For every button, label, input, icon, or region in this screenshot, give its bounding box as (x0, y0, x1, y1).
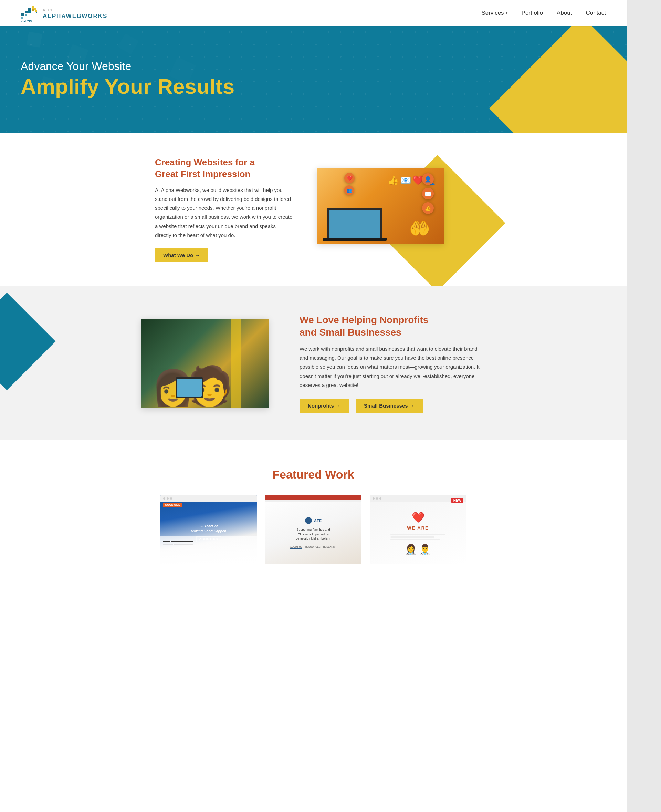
right-panel-strip (627, 0, 661, 578)
creating-body-text: At Alpha Webworks, we build websites tha… (155, 186, 293, 240)
svg-rect-8 (32, 9, 34, 11)
nav-services-link[interactable]: Services ▾ (481, 10, 508, 16)
third-card-content: ❤️ WE ARE 👩‍⚕️ 👨‍⚕️ (370, 495, 466, 564)
svg-rect-4 (34, 8, 36, 10)
people-tablet-image: 👩 🧑 (141, 319, 268, 408)
logo-full-name: ALPHAWEBWORKS (43, 13, 107, 20)
small-businesses-button[interactable]: Small Businesses → (356, 399, 423, 413)
nonprofits-image: 👩 🧑 (141, 319, 268, 408)
afe-top-bar (265, 495, 361, 500)
hero-subtitle: Advance Your Website (21, 60, 235, 73)
card-dot-1 (163, 498, 165, 500)
svg-rect-2 (28, 8, 31, 11)
third-card-heading: WE ARE (407, 525, 429, 530)
nav-contact-label: Contact (586, 10, 606, 16)
what-we-do-button[interactable]: What We Do → (155, 248, 208, 262)
creating-text-column: Creating Websites for a Great First Impr… (155, 157, 293, 262)
card-dot-third-1 (372, 498, 375, 500)
card-badge-new: NEW (451, 498, 463, 503)
nav-contact-link[interactable]: Contact (586, 10, 606, 16)
creating-image-column: 🤲 👤 ✉️ 👍 ❤️ 👥 (317, 168, 472, 251)
nav-services-label: Services (481, 10, 504, 16)
svg-rect-5 (35, 10, 37, 12)
card-nav-bar-goodwill (160, 495, 257, 502)
laptop-social-image: 🤲 👤 ✉️ 👍 ❤️ 👥 (317, 168, 444, 244)
featured-work-heading: Featured Work (21, 468, 606, 481)
nonprofits-body-text: We work with nonprofits and small busine… (300, 344, 485, 390)
hero-text-block: Advance Your Website Amplify Your Result… (21, 60, 235, 98)
logo-area[interactable]: ALPHA ALPH ALPHAWEBWORKS (21, 4, 107, 22)
hero-section: Advance Your Website Amplify Your Result… (0, 26, 627, 133)
card-dot-third-2 (376, 498, 378, 500)
nonprofits-cta-buttons: Nonprofits → Small Businesses → (300, 399, 485, 413)
hero-title: Amplify Your Results (21, 75, 235, 98)
nav-portfolio-label: Portfolio (522, 10, 543, 16)
svg-text:ALPHA: ALPHA (21, 19, 32, 22)
nav-portfolio-link[interactable]: Portfolio (522, 10, 543, 16)
nonprofits-heading-line2: and Small Businesses (300, 327, 401, 338)
goodwill-footer-text: ▬▬▬ ▬▬▬▬▬▬▬▬▬▬▬▬▬ ▬▬▬ ▬▬▬▬▬ (160, 537, 257, 549)
featured-card-third[interactable]: NEW ❤️ WE ARE 👩‍⚕️ 👨‍⚕️ (370, 495, 466, 564)
svg-rect-1 (25, 11, 27, 13)
logo-icon: ALPHA (21, 4, 39, 22)
teal-diamond-decoration (0, 293, 56, 390)
nav-about-label: About (557, 10, 572, 16)
third-card-people: 👩‍⚕️ 👨‍⚕️ (405, 544, 431, 555)
section-featured-work: Featured Work GOODWILL 90 Years ofMaking… (0, 440, 627, 578)
svg-rect-10 (25, 14, 27, 16)
nonprofits-button[interactable]: Nonprofits → (300, 399, 349, 413)
services-chevron-icon: ▾ (506, 11, 508, 15)
logo-alpha-abbrev: ALPH (43, 8, 54, 12)
third-card-icon: ❤️ (412, 511, 425, 523)
afe-card-content: AFE Supporting Families andClinicians Im… (265, 495, 361, 564)
afe-logo: AFE (305, 517, 321, 524)
card-dot-2 (167, 498, 169, 500)
third-card-lines (390, 534, 445, 540)
goodwill-badge: GOODWILL (163, 503, 182, 507)
section-nonprofits: 👩 🧑 We Love Helping Nonprofits a (0, 286, 627, 440)
goodwill-years-text: 90 Years ofMaking Good Happen (191, 524, 227, 533)
svg-rect-6 (36, 12, 37, 13)
goodwill-card-content: GOODWILL 90 Years ofMaking Good Happen A… (160, 495, 257, 564)
hero-diamond-decoration (489, 26, 627, 133)
nonprofits-heading: We Love Helping Nonprofits and Small Bus… (300, 314, 485, 339)
nonprofits-text-column: We Love Helping Nonprofits and Small Bus… (300, 314, 485, 413)
creating-heading-line2: Great First Impression (155, 169, 250, 179)
nonprofits-inner: 👩 🧑 We Love Helping Nonprofits a (141, 314, 485, 413)
creating-heading: Creating Websites for a Great First Impr… (155, 157, 293, 180)
card-dot-third-3 (379, 498, 382, 500)
site-header: ALPHA ALPH ALPHAWEBWORKS Services ▾ Port… (0, 0, 627, 26)
goodwill-footer-area: ▬▬▬ ▬▬▬▬▬▬▬▬▬▬▬▬▬ ▬▬▬ ▬▬▬▬▬ (160, 537, 257, 564)
svg-rect-7 (28, 11, 31, 13)
afe-logo-text: AFE (314, 519, 321, 523)
nonprofits-image-column: 👩 🧑 (141, 319, 272, 408)
creating-heading-line1: Creating Websites for a (155, 157, 255, 167)
afe-logo-circle (305, 517, 312, 524)
logo-wordmark: ALPH ALPHAWEBWORKS (43, 6, 107, 20)
creating-image: 🤲 👤 ✉️ 👍 ❤️ 👥 (317, 168, 444, 244)
afe-tagline: Supporting Families andClinicians Impact… (296, 527, 330, 541)
card-dot-3 (170, 498, 172, 500)
featured-card-goodwill[interactable]: GOODWILL 90 Years ofMaking Good Happen A… (160, 495, 257, 564)
featured-card-afe[interactable]: AFE Supporting Families andClinicians Im… (265, 495, 361, 564)
nonprofits-heading-line1: We Love Helping Nonprofits (300, 314, 428, 325)
nav-about-link[interactable]: About (557, 10, 572, 16)
svg-rect-0 (21, 13, 24, 16)
main-nav: Services ▾ Portfolio About Contact (481, 10, 606, 16)
section-creating-websites: Creating Websites for a Great First Impr… (0, 133, 627, 286)
afe-nav-items: ABOUT US RESOURCES RESEARCH (290, 546, 337, 549)
featured-cards-grid: GOODWILL 90 Years ofMaking Good Happen A… (21, 495, 606, 564)
